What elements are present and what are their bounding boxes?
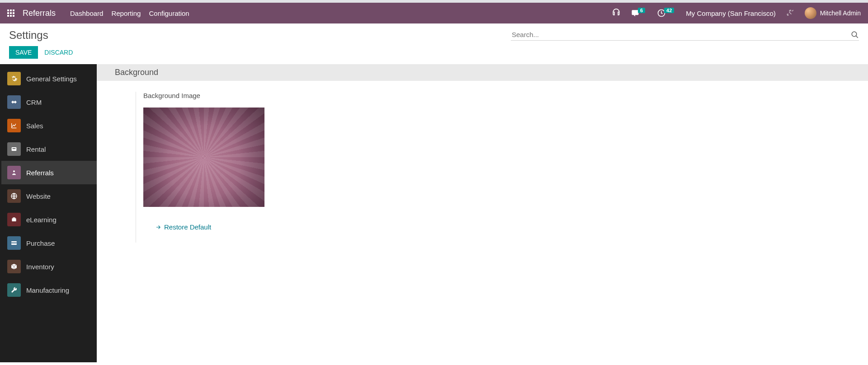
activities-icon[interactable]: 42 bbox=[657, 9, 676, 18]
vignette-decor bbox=[143, 108, 264, 207]
box-icon bbox=[7, 260, 21, 273]
sidebar-item-general-settings[interactable]: General Settings bbox=[0, 67, 97, 90]
apps-grid-icon[interactable] bbox=[7, 9, 14, 17]
action-row: SAVE DISCARD bbox=[0, 42, 868, 64]
breadcrumb-bar: Settings bbox=[0, 23, 868, 42]
nav-link-dashboard[interactable]: Dashboard bbox=[70, 9, 103, 17]
save-button[interactable]: SAVE bbox=[9, 46, 38, 59]
sidebar-item-inventory[interactable]: Inventory bbox=[0, 255, 97, 278]
search-input[interactable] bbox=[511, 29, 851, 40]
svg-rect-7 bbox=[12, 218, 16, 221]
background-image-preview[interactable] bbox=[143, 108, 264, 207]
sidebar-item-label: Sales bbox=[26, 122, 43, 130]
sidebar-item-manufacturing[interactable]: Manufacturing bbox=[0, 278, 97, 302]
card-icon bbox=[7, 236, 21, 250]
settings-body: Background Image Restore Default bbox=[97, 81, 868, 243]
chart-icon bbox=[7, 119, 21, 132]
sidebar-item-elearning[interactable]: eLearning bbox=[0, 208, 97, 231]
gear-icon bbox=[7, 72, 21, 85]
sidebar-item-sales[interactable]: Sales bbox=[0, 114, 97, 137]
sidebar-item-label: Rental bbox=[26, 145, 46, 153]
activities-badge: 42 bbox=[664, 8, 674, 13]
svg-point-5 bbox=[13, 170, 15, 172]
svg-rect-10 bbox=[11, 243, 17, 243]
discard-button[interactable]: DISCARD bbox=[44, 49, 73, 56]
user-name: Mitchell Admin bbox=[820, 9, 861, 17]
sidebar-item-purchase[interactable]: Purchase bbox=[0, 231, 97, 255]
debug-icon[interactable] bbox=[786, 9, 795, 18]
search-icon[interactable] bbox=[851, 31, 859, 39]
page-title: Settings bbox=[9, 29, 48, 42]
avatar bbox=[805, 7, 816, 19]
svg-rect-8 bbox=[13, 217, 15, 218]
navbar-right: 6 42 My Company (San Francisco) Mitchell… bbox=[612, 7, 861, 19]
main-navbar: Referrals Dashboard Reporting Configurat… bbox=[0, 3, 868, 23]
sidebar-item-label: Purchase bbox=[26, 239, 55, 247]
svg-line-2 bbox=[856, 36, 858, 38]
field-label-background-image: Background Image bbox=[143, 92, 264, 99]
restore-default-label: Restore Default bbox=[164, 223, 211, 231]
nav-link-reporting[interactable]: Reporting bbox=[111, 9, 141, 17]
restore-default-link[interactable]: Restore Default bbox=[155, 223, 211, 231]
company-selector[interactable]: My Company (San Francisco) bbox=[686, 9, 775, 17]
sidebar-item-label: Manufacturing bbox=[26, 286, 69, 294]
user-menu[interactable]: Mitchell Admin bbox=[805, 7, 861, 19]
sidebar-item-website[interactable]: Website bbox=[0, 184, 97, 208]
main-area: General Settings CRM Sales Rental Referr… bbox=[0, 64, 868, 362]
sidebar-item-rental[interactable]: Rental bbox=[0, 137, 97, 161]
sidebar-item-crm[interactable]: CRM bbox=[0, 90, 97, 114]
sidebar-item-label: eLearning bbox=[26, 216, 57, 224]
app-brand[interactable]: Referrals bbox=[23, 9, 56, 18]
svg-rect-4 bbox=[13, 148, 16, 149]
sidebar-item-label: Referrals bbox=[26, 169, 54, 177]
support-icon[interactable] bbox=[612, 9, 621, 18]
sidebar-item-label: General Settings bbox=[26, 75, 77, 83]
arrow-right-icon bbox=[155, 224, 161, 230]
sidebar-item-label: CRM bbox=[26, 98, 42, 106]
globe-icon bbox=[7, 189, 21, 203]
wrench-icon bbox=[7, 283, 21, 297]
people-icon bbox=[7, 166, 21, 179]
messages-icon[interactable]: 6 bbox=[631, 9, 647, 18]
key-icon bbox=[7, 142, 21, 156]
settings-sidebar: General Settings CRM Sales Rental Referr… bbox=[0, 64, 97, 362]
graduation-icon bbox=[7, 213, 21, 226]
form-column: Background Image Restore Default bbox=[136, 92, 264, 243]
svg-point-1 bbox=[852, 32, 857, 37]
section-header-background: Background bbox=[97, 64, 868, 81]
content-area: Background Background Image Restore Defa… bbox=[97, 64, 868, 362]
nav-link-configuration[interactable]: Configuration bbox=[149, 9, 189, 17]
navbar-left: Referrals Dashboard Reporting Configurat… bbox=[7, 9, 189, 18]
sidebar-item-label: Website bbox=[26, 192, 51, 200]
sidebar-item-label: Inventory bbox=[26, 263, 54, 271]
sidebar-item-referrals[interactable]: Referrals bbox=[0, 161, 97, 184]
search-container bbox=[511, 29, 859, 41]
handshake-icon bbox=[7, 95, 21, 109]
messages-badge: 6 bbox=[638, 8, 645, 13]
